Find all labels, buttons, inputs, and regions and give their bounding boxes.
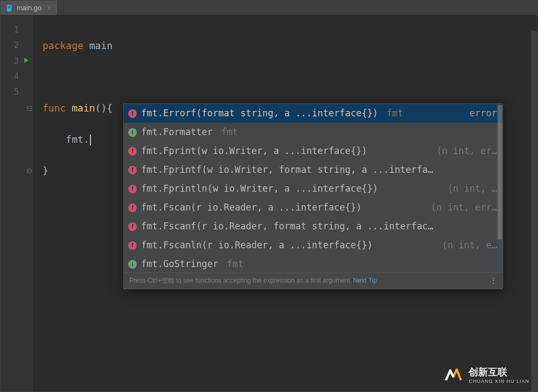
popup-scrollbar-track[interactable] (497, 104, 502, 272)
function-icon: f (128, 109, 137, 118)
code-line: package main (43, 38, 537, 53)
completion-item[interactable]: ffmt.Fprintf(w io.Writer, format string,… (124, 160, 502, 179)
completion-package: fmt (227, 256, 243, 272)
completion-signature: fmt.Errorf(format string, a ...interface… (141, 106, 378, 121)
watermark-sub: CHUANG XIN HU LIAN (469, 379, 529, 384)
completion-item[interactable]: ffmt.Fscanln(r io.Reader, a ...interface… (124, 236, 502, 255)
code-area[interactable]: package main ⊟func main(){ fmt. ⊖} ffmt.… (33, 16, 537, 391)
function-icon: f (128, 241, 137, 250)
completion-menu-icon[interactable]: ⋮ (490, 273, 497, 289)
next-tip-link[interactable]: Next Tip (353, 273, 377, 289)
completion-signature: fmt.Fprint(w io.Writer, a ...interface{}… (141, 143, 367, 159)
completion-signature: fmt.GoStringer (141, 256, 218, 272)
completion-item[interactable]: ffmt.Fscanf(r io.Reader, format string, … (124, 217, 502, 236)
completion-item[interactable]: ffmt.Fscan(r io.Reader, a ...interface{}… (124, 198, 502, 217)
go-file-icon (6, 4, 13, 12)
line-number: 5 (1, 85, 33, 100)
function-icon: f (128, 185, 137, 193)
watermark-brand: 创新互联 (469, 367, 507, 377)
completion-package: fmt (387, 106, 403, 121)
tab-filename: main.go (17, 4, 41, 12)
fold-end-icon[interactable]: ⊖ (26, 163, 32, 178)
completion-package: fmt (221, 124, 238, 140)
code-line (43, 69, 537, 85)
completion-footer: Press Ctrl+空格 to see functions accepting… (124, 272, 502, 289)
tab-close-icon[interactable]: ✕ (47, 4, 52, 12)
fold-minus-icon[interactable]: ⊟ (26, 100, 32, 116)
completion-signature: fmt.Fprintf(w io.Writer, format string, … (141, 162, 433, 178)
completion-signature: fmt.Fprintln(w io.Writer, a ...interface… (141, 181, 378, 197)
editor-body: 1 2 3 4 5 package main ⊟func main(){ fmt… (1, 16, 537, 391)
tab-bar: main.go ✕ (1, 1, 537, 16)
function-icon: f (128, 204, 137, 212)
completion-list[interactable]: ffmt.Errorf(format string, a ...interfac… (124, 104, 502, 272)
file-tab[interactable]: main.go ✕ (1, 1, 58, 15)
line-number: 4 (1, 69, 33, 85)
completion-item[interactable]: ifmt.GoStringerfmt (124, 255, 502, 272)
line-number: 1 (1, 22, 33, 38)
function-icon: f (128, 166, 137, 174)
text-caret (90, 135, 91, 145)
completion-item[interactable]: ffmt.Errorf(format string, a ...interfac… (124, 104, 502, 123)
completion-signature: fmt.Formatter (141, 124, 213, 140)
completion-item[interactable]: ffmt.Fprint(w io.Writer, a ...interface{… (124, 142, 502, 160)
completion-tip: Press Ctrl+空格 to see functions accepting… (129, 273, 350, 289)
completion-popup: ffmt.Errorf(format string, a ...interfac… (123, 103, 503, 289)
line-number: 2 (1, 38, 33, 53)
completion-item[interactable]: ifmt.Formatterfmt (124, 123, 502, 142)
completion-return-type: (n int, e… (435, 237, 497, 253)
completion-signature: fmt.Fscan(r io.Reader, a ...interface{}) (141, 200, 361, 215)
function-icon: f (128, 222, 137, 231)
watermark-logo-icon (443, 364, 464, 386)
popup-scrollbar-thumb[interactable] (498, 105, 502, 240)
completion-signature: fmt.Fscanf(r io.Reader, format string, a… (141, 219, 433, 234)
svg-rect-1 (8, 6, 11, 6)
completion-signature: fmt.Fscanln(r io.Reader, a ...interface{… (141, 237, 373, 253)
completion-return-type: error (462, 106, 497, 121)
editor-root: main.go ✕ 1 2 3 4 5 package main ⊟func m… (0, 0, 538, 392)
function-icon: f (128, 147, 137, 156)
interface-icon: i (128, 260, 137, 269)
completion-item[interactable]: ffmt.Fprintln(w io.Writer, a ...interfac… (124, 179, 502, 198)
gutter: 1 2 3 4 5 (1, 16, 33, 391)
line-number: 3 (1, 53, 33, 69)
interface-icon: i (128, 128, 137, 137)
completion-return-type: (n int, … (440, 181, 497, 197)
svg-rect-2 (8, 8, 11, 8)
completion-return-type: (n int, er… (429, 143, 497, 159)
completion-return-type: (n int, err… (423, 200, 497, 215)
watermark: 创新互联 CHUANG XIN HU LIAN (443, 364, 529, 386)
editor-scrollbar[interactable] (531, 31, 537, 391)
run-gutter-icon[interactable] (23, 57, 30, 64)
